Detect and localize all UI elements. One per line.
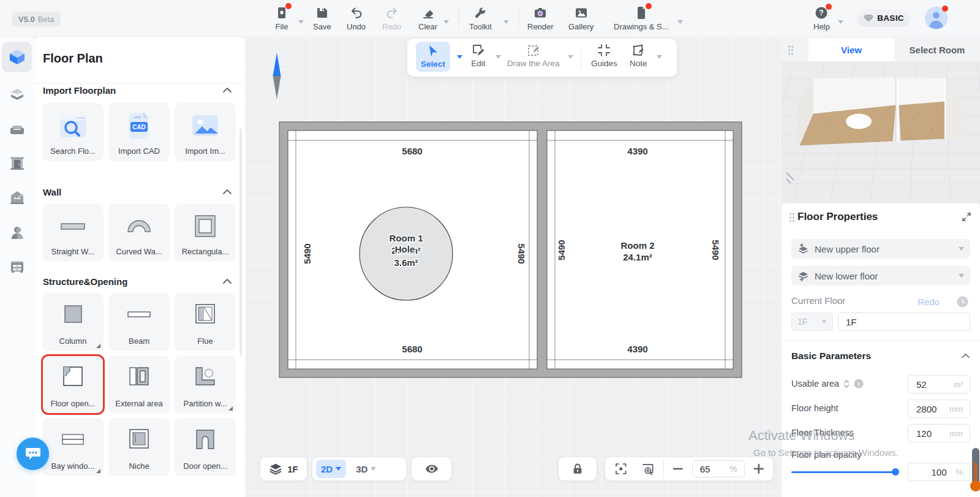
info-icon[interactable]: i — [854, 379, 864, 389]
zoom-in-icon[interactable] — [753, 463, 764, 474]
rail-cabinet-button[interactable] — [2, 251, 32, 282]
floor-height-input[interactable]: 2800 mm — [908, 400, 970, 418]
person-icon — [9, 224, 26, 241]
preview-3d[interactable]: View Select Room — [782, 38, 980, 202]
card-partition-wall[interactable]: Partition w... — [175, 355, 236, 414]
mode-2d-button[interactable]: 2D — [316, 460, 346, 478]
file-button[interactable]: File — [274, 6, 289, 31]
avatar[interactable] — [925, 7, 948, 29]
guides-tool[interactable]: Guides — [591, 43, 617, 68]
help-button[interactable]: ? Help — [813, 6, 830, 31]
tab-view[interactable]: View — [809, 38, 894, 61]
chevron-up-icon[interactable] — [961, 353, 970, 359]
save-button[interactable]: Save — [313, 6, 331, 31]
usable-area-input[interactable]: 52 m² — [908, 375, 970, 393]
caret-down-icon — [959, 247, 964, 251]
chat-support-button[interactable] — [17, 438, 49, 470]
search-floorplan-icon — [58, 112, 88, 140]
card-rectangular-wall[interactable]: Rectangula... — [175, 203, 236, 262]
opacity-slider-track[interactable] — [791, 471, 897, 473]
toolkit-button[interactable]: Toolkit — [469, 6, 492, 31]
card-import-cad[interactable]: CAD Import CAD — [108, 103, 170, 161]
draw-area-tool[interactable]: Draw the Area — [507, 43, 560, 68]
floor-select-dropdown[interactable]: 1F — [791, 313, 833, 331]
current-floor-label: Current Floor — [791, 295, 845, 306]
redo-button[interactable]: Redo — [382, 6, 401, 31]
help-caret-icon[interactable] — [838, 20, 843, 24]
card-bay-window[interactable]: Bay windo... — [42, 418, 104, 476]
panel-scrollbar[interactable] — [239, 129, 242, 355]
sort-toggle-icon[interactable] — [843, 380, 850, 388]
zoom-out-icon[interactable] — [673, 463, 684, 474]
rail-floorplan-button[interactable] — [2, 42, 32, 72]
card-floor-opening[interactable]: Floor open... — [42, 355, 104, 414]
mode-3d-button[interactable]: 3D — [350, 464, 382, 474]
select-tool[interactable]: Select — [416, 42, 450, 72]
card-external-area[interactable]: External area — [108, 355, 170, 414]
tab-select-room[interactable]: Select Room — [894, 38, 980, 61]
card-curved-wall[interactable]: Curved Wa... — [108, 203, 170, 262]
history-clock-icon[interactable] — [957, 296, 968, 308]
undo-icon — [349, 6, 364, 20]
chevron-up-icon[interactable] — [222, 189, 232, 195]
lock-button[interactable] — [559, 457, 597, 480]
rail-door-button[interactable] — [2, 148, 32, 179]
gallery-button[interactable]: Gallery — [568, 6, 594, 31]
note-tool[interactable]: Note — [630, 43, 647, 68]
draw-area-caret-icon[interactable] — [568, 55, 573, 59]
drawings-caret-icon[interactable] — [677, 20, 683, 24]
submenu-indicator — [228, 406, 233, 411]
visibility-button[interactable] — [412, 457, 451, 480]
new-upper-floor-button[interactable]: New upper floor — [791, 239, 970, 259]
zoom-level-input[interactable]: 65 % — [692, 460, 745, 477]
opacity-input[interactable]: 100 % — [908, 463, 970, 481]
expand-icon[interactable] — [962, 212, 971, 222]
toolkit-caret-icon[interactable] — [503, 20, 509, 24]
chevron-up-icon[interactable] — [222, 278, 232, 284]
redo-history-link[interactable]: Redo — [918, 297, 940, 307]
chevron-up-icon[interactable] — [222, 87, 232, 93]
opacity-slider-knob[interactable] — [892, 468, 899, 476]
rail-flooring-button[interactable] — [2, 80, 32, 110]
floor-thickness-input[interactable]: 120 mm — [908, 424, 970, 442]
rail-furniture-button[interactable] — [2, 115, 32, 145]
card-door-opening[interactable]: Door open... — [175, 418, 236, 476]
fit-screen-icon[interactable] — [614, 461, 628, 476]
file-caret-icon[interactable] — [298, 20, 304, 24]
floor-name-input[interactable]: 1F — [838, 313, 970, 331]
beta-label: Beta — [38, 15, 55, 24]
rail-home-ai-button[interactable] — [2, 183, 32, 213]
zoom-area-icon[interactable] — [641, 461, 655, 476]
card-niche[interactable]: Niche — [108, 418, 170, 476]
card-search-floorplan[interactable]: Search Flo... — [42, 103, 104, 161]
canvas[interactable]: 5680 5680 5490 5490 4390 4390 5490 5490 … — [245, 37, 779, 497]
left-rail — [0, 37, 34, 497]
render-button[interactable]: Render — [527, 6, 554, 31]
page-scrollbar[interactable] — [971, 448, 980, 494]
card-column[interactable]: Column — [42, 293, 104, 351]
floorplan-cube-icon — [8, 48, 26, 66]
new-lower-floor-button[interactable]: New lower floor — [791, 266, 970, 286]
card-import-image[interactable]: Import Im... — [175, 103, 236, 161]
floorplan-drawing[interactable]: 5680 5680 5490 5490 4390 4390 5490 5490 … — [245, 37, 779, 497]
select-caret-icon[interactable] — [457, 55, 462, 59]
plan-badge[interactable]: BASIC — [858, 9, 910, 27]
drawings-button[interactable]: Drawings & S... — [614, 6, 669, 31]
note-icon — [631, 43, 646, 58]
clear-caret-icon[interactable] — [443, 20, 449, 24]
undo-button[interactable]: Undo — [347, 6, 366, 31]
drag-handle-icon[interactable] — [789, 212, 795, 223]
card-flue[interactable]: Flue — [175, 293, 236, 351]
card-beam[interactable]: Beam — [108, 293, 170, 351]
clear-button[interactable]: Clear — [418, 6, 437, 31]
floor-selector-button[interactable]: 1F — [260, 457, 307, 480]
drag-handle-icon[interactable] — [788, 45, 794, 56]
card-straight-wall[interactable]: Straight W... — [42, 203, 104, 262]
note-caret-icon[interactable] — [657, 55, 662, 59]
rail-account-button[interactable] — [2, 218, 32, 248]
room1-name: Room 1 — [389, 233, 423, 243]
edit-caret-icon[interactable] — [496, 55, 501, 59]
mode-3d-caret-icon — [371, 467, 376, 471]
guides-icon — [597, 43, 611, 58]
edit-tool[interactable]: Edit — [471, 43, 486, 68]
